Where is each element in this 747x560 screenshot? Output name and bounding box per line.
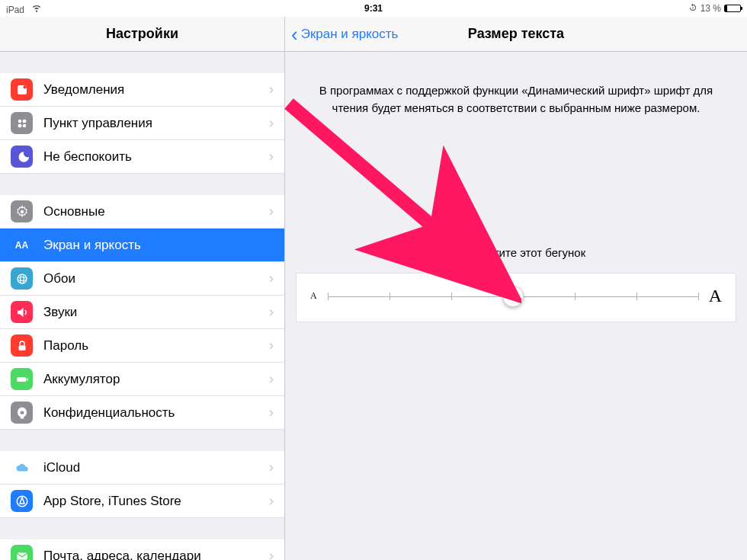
slider-tick (636, 293, 637, 300)
svg-rect-13 (20, 411, 24, 414)
battery-pct: 13 % (701, 3, 721, 14)
sidebar-item-display[interactable]: AA Экран и яркость (0, 229, 284, 262)
svg-rect-11 (17, 377, 26, 382)
sidebar-item-label: App Store, iTunes Store (43, 494, 258, 509)
sidebar-item-label: Основные (43, 204, 258, 219)
wifi-icon (31, 5, 42, 15)
icloud-icon (11, 456, 33, 478)
passcode-icon (11, 334, 33, 357)
sidebar-item-privacy[interactable]: Конфиденциальность › (0, 396, 284, 430)
svg-rect-10 (18, 345, 25, 350)
slider-tick (328, 293, 329, 300)
slider-tick (575, 293, 575, 300)
slider-tick (698, 293, 699, 300)
chevron-right-icon: › (269, 338, 274, 354)
display-icon: AA (11, 234, 33, 256)
svg-rect-4 (18, 123, 21, 127)
battery-icon (724, 5, 741, 12)
chevron-right-icon: › (269, 371, 274, 387)
sidebar-item-general[interactable]: Основные › (0, 195, 284, 229)
text-size-slider[interactable] (328, 287, 698, 306)
sidebar-item-label: Пароль (43, 338, 258, 354)
chevron-right-icon: › (269, 149, 274, 165)
privacy-icon (11, 402, 33, 424)
sidebar-item-label: Обои (43, 271, 258, 286)
detail-navbar: ‹ Экран и яркость Размер текста (285, 17, 747, 52)
status-right: 13 % (688, 3, 741, 14)
chevron-right-icon: › (269, 203, 274, 219)
mail-icon (11, 545, 33, 560)
chevron-right-icon: › (269, 459, 274, 475)
general-icon (11, 200, 33, 222)
chevron-right-icon: › (269, 304, 274, 320)
slider-tick (451, 293, 452, 300)
back-label: Экран и яркость (301, 27, 399, 42)
wallpaper-icon (11, 267, 33, 290)
settings-sidebar: Настройки Уведомления › Пункт управления… (0, 17, 285, 560)
detail-pane: ‹ Экран и яркость Размер текста В програ… (285, 17, 747, 560)
sidebar-item-label: Не беспокоить (43, 149, 258, 165)
svg-point-7 (18, 274, 27, 283)
chevron-right-icon: › (269, 270, 274, 286)
dnd-icon (11, 146, 33, 168)
rotation-lock-icon (688, 3, 697, 14)
back-button[interactable]: ‹ Экран и яркость (291, 17, 398, 51)
svg-point-8 (18, 277, 27, 280)
sidebar-item-appstore[interactable]: App Store, iTunes Store › (0, 485, 284, 518)
slider-tick (390, 293, 390, 300)
text-size-slider-box: A A (296, 273, 736, 322)
detail-title: Размер текста (468, 26, 564, 42)
slider-min-label: A (310, 290, 317, 302)
sidebar-item-passcode[interactable]: Пароль › (0, 329, 284, 363)
battery-icon (11, 368, 33, 390)
chevron-right-icon: › (269, 115, 274, 131)
chevron-right-icon: › (269, 82, 274, 98)
sidebar-item-mail[interactable]: Почта, адреса, календари › (0, 539, 284, 560)
chevron-right-icon: › (269, 405, 274, 421)
sidebar-item-sounds[interactable]: Звуки › (0, 296, 284, 329)
control-center-icon (11, 112, 33, 134)
sidebar-item-label: Пункт управления (43, 116, 258, 131)
sidebar-item-battery[interactable]: Аккумулятор › (0, 363, 284, 396)
slider-max-label: A (709, 286, 722, 306)
notifications-icon (11, 78, 33, 101)
sidebar-item-notifications[interactable]: Уведомления › (0, 73, 284, 107)
svg-rect-12 (27, 378, 28, 380)
svg-point-9 (20, 274, 24, 283)
sidebar-item-label: Звуки (43, 305, 258, 320)
appstore-icon (11, 490, 33, 512)
sidebar-item-dnd[interactable]: Не беспокоить › (0, 140, 284, 174)
chevron-left-icon: ‹ (291, 24, 298, 44)
sidebar-item-label: Аккумулятор (43, 372, 258, 387)
svg-rect-3 (22, 119, 26, 123)
sidebar-item-control-center[interactable]: Пункт управления › (0, 107, 284, 140)
text-size-description: В программах с поддержкой функции «Динам… (285, 52, 747, 117)
chevron-right-icon: › (269, 493, 274, 509)
svg-point-6 (20, 210, 24, 213)
sidebar-item-label: Уведомления (43, 82, 258, 98)
svg-point-1 (23, 85, 27, 89)
status-time: 9:31 (364, 3, 383, 14)
sidebar-item-label: Конфиденциальность (43, 405, 258, 421)
slider-caption: Переместите этот бегунок (285, 246, 747, 259)
svg-point-2 (18, 119, 21, 123)
chevron-right-icon: › (269, 548, 274, 560)
status-left: iPad (6, 2, 42, 15)
carrier-label: iPad (6, 5, 24, 15)
sidebar-title: Настройки (0, 17, 284, 52)
sidebar-item-label: Почта, адреса, календари (43, 549, 258, 561)
svg-point-5 (22, 123, 26, 127)
sidebar-item-label: iCloud (43, 460, 258, 475)
status-bar: iPad 9:31 13 % (0, 0, 747, 17)
sounds-icon (11, 301, 33, 323)
sidebar-item-label: Экран и яркость (43, 238, 274, 253)
sidebar-item-wallpaper[interactable]: Обои › (0, 262, 284, 296)
slider-knob[interactable] (502, 286, 524, 307)
sidebar-item-icloud[interactable]: iCloud › (0, 451, 284, 485)
